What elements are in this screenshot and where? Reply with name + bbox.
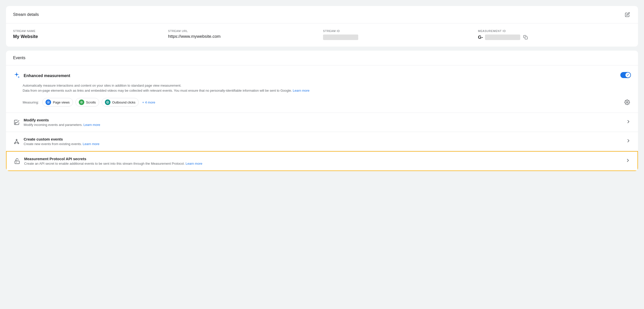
svg-line-14 xyxy=(15,140,17,143)
stream-id-field: STREAM ID xyxy=(323,29,476,41)
events-card: Events Enhanced measurement ✓ xyxy=(6,51,638,171)
toggle-knob: ✓ xyxy=(625,73,630,78)
enhanced-measurement-description: Automatically measure interactions and c… xyxy=(23,83,631,93)
svg-point-1 xyxy=(48,102,49,103)
svg-rect-0 xyxy=(525,37,528,39)
svg-line-15 xyxy=(17,140,18,143)
scrolls-chip-icon xyxy=(79,99,84,105)
page-views-chip-icon xyxy=(46,99,51,105)
stream-name-field: STREAM NAME My Website xyxy=(13,29,166,41)
enhanced-measurement-title: Enhanced measurement xyxy=(24,74,70,78)
stream-url-label: STREAM URL xyxy=(168,29,321,32)
outbound-clicks-chip-icon xyxy=(105,99,110,105)
stream-name-value: My Website xyxy=(13,34,166,39)
svg-point-18 xyxy=(16,162,17,162)
measurement-protocol-icon xyxy=(14,158,21,164)
measuring-chips-row: Measuring: Page views xyxy=(23,98,155,107)
measurement-id-label: MEASUREMENT ID xyxy=(478,29,631,32)
enhanced-measurement-header: Enhanced measurement ✓ xyxy=(13,72,631,80)
enhanced-measurement-toggle-container: ✓ xyxy=(620,72,631,78)
measurement-protocol-item[interactable]: Measurement Protocol API secrets Create … xyxy=(6,151,638,171)
create-custom-events-desc: Create new events from existing events. … xyxy=(24,142,99,146)
edit-stream-button[interactable] xyxy=(624,11,631,18)
page-views-chip-label: Page views xyxy=(53,100,69,104)
copy-measurement-id-button[interactable] xyxy=(522,34,529,41)
measuring-label: Measuring: xyxy=(23,100,39,104)
stream-details-card: Stream details STREAM NAME My Website ST… xyxy=(6,6,638,47)
sparkle-icon xyxy=(13,72,20,80)
measurement-id-field: MEASUREMENT ID G- xyxy=(478,29,631,41)
stream-url-value: https://www.mywebsite.com xyxy=(168,34,321,39)
modify-events-icon xyxy=(13,119,20,125)
create-custom-events-text: Create custom events Create new events f… xyxy=(24,137,99,146)
stream-id-value xyxy=(323,34,476,40)
modify-events-left: Modify events Modify incoming events and… xyxy=(13,118,100,127)
svg-point-11 xyxy=(16,139,17,140)
svg-point-4 xyxy=(81,102,82,102)
create-custom-events-chevron xyxy=(626,138,631,145)
stream-details-title: Stream details xyxy=(13,12,39,17)
outbound-clicks-chip[interactable]: Outbound clicks xyxy=(102,98,139,107)
modify-events-text: Modify events Modify incoming events and… xyxy=(24,118,100,127)
modify-events-item[interactable]: Modify events Modify incoming events and… xyxy=(6,113,638,132)
modify-events-chevron xyxy=(626,119,631,125)
create-custom-events-title: Create custom events xyxy=(24,137,99,141)
measurement-protocol-chevron xyxy=(625,158,630,164)
enhanced-measurement-section: Enhanced measurement ✓ Automatically mea… xyxy=(6,65,638,113)
measurement-id-row: G- xyxy=(478,34,631,41)
measurement-protocol-desc: Create an API secret to enable additiona… xyxy=(24,162,202,165)
measurement-protocol-title: Measurement Protocol API secrets xyxy=(24,157,202,161)
scrolls-chip-label: Scrolls xyxy=(86,100,96,104)
modify-events-desc: Modify incoming events and parameters. L… xyxy=(24,123,100,127)
measurement-protocol-learn-more[interactable]: Learn more xyxy=(186,162,202,165)
events-title: Events xyxy=(13,56,25,60)
measurement-protocol-text: Measurement Protocol API secrets Create … xyxy=(24,157,202,165)
svg-rect-17 xyxy=(15,161,19,164)
stream-id-label: STREAM ID xyxy=(323,29,476,32)
enhanced-measurement-desc-line2: Data from on-page elements such as links… xyxy=(23,89,292,92)
enhanced-measurement-settings-button[interactable] xyxy=(623,98,631,106)
measurement-id-blurred xyxy=(485,35,520,40)
outbound-clicks-chip-label: Outbound clicks xyxy=(112,100,136,104)
measurement-id-prefix: G- xyxy=(478,35,483,40)
create-custom-events-learn-more[interactable]: Learn more xyxy=(83,142,99,146)
modify-events-title: Modify events xyxy=(24,118,100,122)
create-custom-events-item[interactable]: Create custom events Create new events f… xyxy=(6,132,638,151)
toggle-check-icon: ✓ xyxy=(627,73,629,77)
stream-name-label: STREAM NAME xyxy=(13,29,166,32)
scrolls-chip[interactable]: Scrolls xyxy=(75,98,99,107)
create-custom-events-icon xyxy=(13,139,20,145)
enhanced-measurement-desc-line1: Automatically measure interactions and c… xyxy=(23,84,181,87)
events-header: Events xyxy=(6,51,638,65)
enhanced-measurement-title-row: Enhanced measurement xyxy=(13,72,70,80)
stream-url-field: STREAM URL https://www.mywebsite.com xyxy=(168,29,321,41)
page-views-chip[interactable]: Page views xyxy=(42,98,73,107)
measurement-protocol-left: Measurement Protocol API secrets Create … xyxy=(14,157,202,165)
enhanced-measurement-learn-more[interactable]: Learn more xyxy=(293,89,309,92)
stream-details-header: Stream details xyxy=(6,6,638,23)
enhanced-measurement-toggle[interactable]: ✓ xyxy=(620,72,631,78)
svg-point-9 xyxy=(15,123,16,124)
stream-info-grid: STREAM NAME My Website STREAM URL https:… xyxy=(6,23,638,47)
measuring-row-wrapper: Measuring: Page views xyxy=(13,98,631,107)
svg-point-8 xyxy=(626,101,628,103)
create-custom-events-left: Create custom events Create new events f… xyxy=(13,137,99,146)
more-metrics-link[interactable]: + 4 more xyxy=(142,100,155,104)
modify-events-learn-more[interactable]: Learn more xyxy=(84,123,100,127)
stream-id-blurred xyxy=(323,35,358,40)
